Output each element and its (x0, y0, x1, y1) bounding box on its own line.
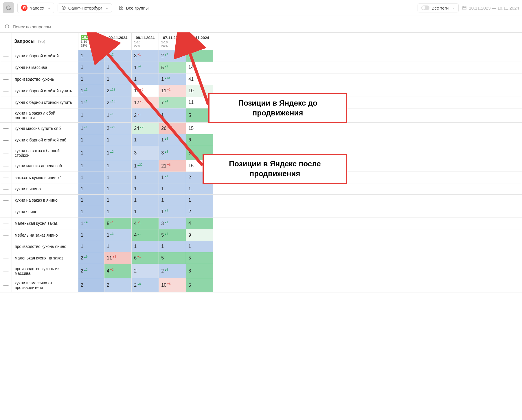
delta: 12 (110, 88, 115, 91)
date-column-header[interactable]: 10.11.20241-1032% (78, 33, 104, 50)
position-cell: 1 (78, 134, 104, 146)
position-cell: 5 (186, 278, 213, 292)
delta: 8 (137, 282, 141, 285)
position-cell: 12 (104, 50, 132, 62)
row-expand[interactable]: — (0, 73, 12, 85)
row-expand[interactable]: — (0, 206, 12, 218)
position-cell: 1 (78, 241, 104, 252)
search-input[interactable] (13, 24, 517, 29)
row-expand[interactable]: — (0, 160, 12, 172)
position-cell: 2 (186, 206, 213, 218)
query-cell[interactable]: кухня янино (12, 206, 78, 218)
delta: 40 (165, 76, 170, 80)
position-cell: 1 (132, 195, 159, 206)
date-label: 07.11.2024 (161, 34, 183, 40)
svg-rect-3 (122, 6, 123, 8)
position-cell: 1 (78, 160, 104, 172)
position-cell: 59 (159, 62, 186, 73)
position-cell: 12 (104, 146, 132, 160)
svg-point-1 (63, 7, 64, 8)
position-cell: 1 (104, 241, 132, 252)
query-cell[interactable]: производство кухонь янино (12, 241, 78, 252)
date-column-header[interactable]: 05.11.20241-1023% (186, 33, 213, 50)
date-pct: 24% (161, 44, 183, 48)
region-selector[interactable]: Санкт-Петербург ⌄ (58, 3, 112, 12)
search-icon (5, 24, 10, 29)
row-expand[interactable]: — (0, 183, 12, 195)
query-cell[interactable]: кухня с барной стойкой купить (12, 97, 78, 108)
position-cell: 4 (186, 218, 213, 229)
calendar-icon (462, 5, 467, 10)
position-cell: 54 (159, 229, 186, 241)
position-cell: 2 (132, 264, 159, 278)
date-range-sub: 1-10 (161, 40, 183, 44)
date-column-header[interactable]: 08.11.20241-1027% (132, 33, 159, 50)
delta: 20 (137, 163, 142, 166)
query-cell[interactable]: кухня массив купить спб (12, 123, 78, 134)
date-column-header[interactable]: 07.11.20241-1024% (159, 33, 186, 50)
region-label: Санкт-Петербург (68, 5, 102, 10)
position-cell: 115 (104, 252, 132, 264)
row-expand[interactable]: — (0, 252, 12, 264)
query-cell[interactable]: кухня на заказ с барной стойкой (12, 146, 78, 160)
svg-rect-5 (122, 8, 123, 10)
position-cell: 42 (104, 264, 132, 278)
delta: 2 (110, 268, 114, 271)
query-cell[interactable]: маленькая кухня заказ (12, 218, 78, 229)
query-cell[interactable]: кухни в янино (12, 183, 78, 195)
position-cell: 27 (159, 50, 186, 62)
row-expand[interactable]: — (0, 241, 12, 252)
position-cell: 1 (132, 172, 159, 183)
date-range-picker[interactable]: 10.11.2023 — 10.11.2024 (462, 5, 519, 10)
position-cell: 1 (132, 206, 159, 218)
row-expand[interactable]: — (0, 195, 12, 206)
query-cell[interactable]: кухни на заказ любой сложности (12, 108, 78, 123)
delta: 3 (110, 232, 114, 235)
query-cell[interactable]: кухни с барной стойкой спб (12, 134, 78, 146)
position-cell: 1 (78, 146, 104, 160)
tags-selector[interactable]: Все теги ⌄ (418, 3, 459, 12)
row-expand[interactable]: — (0, 134, 12, 146)
delta: 2 (110, 53, 114, 56)
delta: 1 (167, 88, 171, 91)
row-expand[interactable]: — (0, 264, 12, 278)
row-expand[interactable]: — (0, 108, 12, 123)
delta: 5 (167, 282, 171, 285)
row-expand[interactable]: — (0, 229, 12, 241)
row-expand[interactable]: — (0, 278, 12, 292)
row-expand[interactable]: — (0, 172, 12, 183)
groups-selector[interactable]: Все группы (115, 4, 152, 12)
delta: 10 (110, 100, 115, 103)
svg-rect-2 (120, 6, 121, 8)
query-cell[interactable]: кухни массив дерева спб (12, 160, 78, 172)
row-expand[interactable]: — (0, 85, 12, 97)
query-cell[interactable]: производство кухонь (12, 73, 78, 85)
delta: 4 (165, 100, 168, 103)
query-cell[interactable]: кухни с барной стойкой купить (12, 85, 78, 97)
row-expand[interactable]: — (0, 50, 12, 62)
query-cell[interactable]: кухни с барной стойкой (12, 50, 78, 62)
query-cell[interactable]: заказать кухню в янино 1 (12, 172, 78, 183)
date-pct: 32% (81, 44, 102, 47)
toggle-icon (421, 5, 429, 10)
row-expand[interactable]: — (0, 62, 12, 73)
row-expand[interactable]: — (0, 218, 12, 229)
query-cell[interactable]: кухни на заказ в янино (12, 195, 78, 206)
delta: 1 (165, 175, 168, 178)
delta: 2 (84, 268, 88, 271)
query-cell[interactable]: маленькая кухня на заказ (12, 252, 78, 264)
query-cell[interactable]: кухня из массива (12, 62, 78, 73)
row-expand[interactable]: — (0, 97, 12, 108)
query-cell[interactable]: кухни из массива от производителя (12, 278, 78, 292)
row-expand[interactable]: — (0, 123, 12, 134)
row-expand[interactable]: — (0, 146, 12, 160)
position-cell: 5 (186, 252, 213, 264)
date-pct: 27% (134, 44, 156, 48)
position-cell: 1 (132, 241, 159, 252)
search-engine-selector[interactable]: Я Yandex ⌄ (17, 3, 54, 13)
date-column-header[interactable]: 09.11.20241-1029% (104, 33, 132, 50)
query-cell[interactable]: производство кухонь из массива (12, 264, 78, 278)
position-cell: 1 (78, 50, 104, 62)
refresh-button[interactable] (3, 2, 14, 13)
query-cell[interactable]: мебель на заказ янино (12, 229, 78, 241)
